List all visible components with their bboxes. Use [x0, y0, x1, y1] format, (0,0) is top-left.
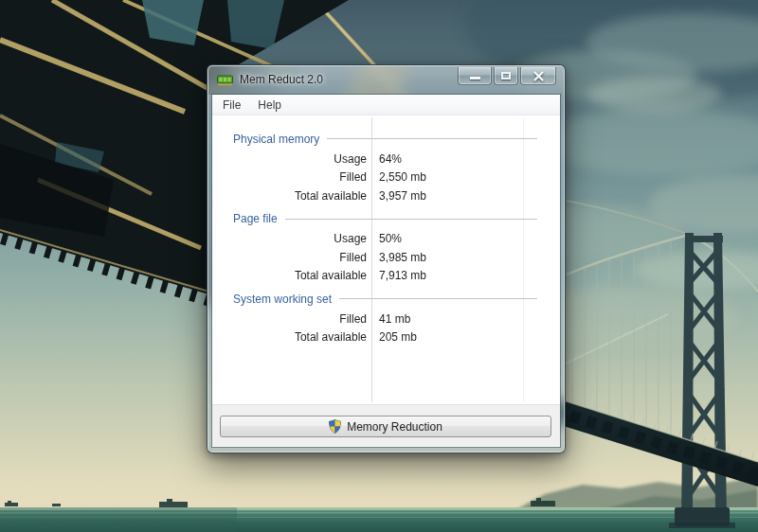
stat-label: Total available: [212, 189, 367, 203]
section-title: Page file: [233, 212, 278, 225]
stat-value: 50%: [379, 232, 402, 245]
section-physical-memory: Physical memory Usage 64% Filled 2,550 m…: [212, 132, 560, 205]
section-page-file: Page file Usage 50% Filled 3,985 mb Tota…: [212, 212, 560, 286]
section-rule: [327, 138, 537, 139]
stat-row-filled: Filled 2,550 mb: [212, 168, 560, 187]
window-title: Mem Reduct 2.0: [240, 73, 323, 86]
stat-value: 7,913 mb: [379, 269, 426, 282]
memory-stats-panel: Physical memory Usage 64% Filled 2,550 m…: [212, 115, 560, 404]
uac-shield-icon: [329, 419, 341, 434]
stat-label: Filled: [212, 251, 367, 264]
maximize-icon: [501, 72, 511, 80]
section-rule: [285, 219, 537, 220]
maximize-button[interactable]: [494, 67, 518, 85]
stat-label: Total available: [212, 269, 367, 282]
stat-value: 3,957 mb: [379, 189, 426, 203]
stat-row-filled: Filled 3,985 mb: [212, 248, 560, 267]
desktop: Mem Reduct 2.0 File Help: [0, 0, 758, 532]
stat-value: 41 mb: [379, 312, 410, 326]
stat-row-total-available: Total available 205 mb: [212, 328, 560, 347]
stat-row-usage: Usage 50%: [212, 230, 560, 249]
memory-reduction-label: Memory Reduction: [347, 420, 442, 434]
footer-panel: Memory Reduction: [212, 404, 560, 446]
ram-icon: [217, 75, 233, 86]
window-titlebar[interactable]: Mem Reduct 2.0: [208, 66, 564, 95]
stat-label: Filled: [212, 170, 367, 184]
memory-reduction-button[interactable]: Memory Reduction: [220, 416, 551, 437]
stat-value: 3,985 mb: [379, 251, 426, 264]
section-system-working-set: System working set Filled 41 mb Total av…: [212, 292, 560, 346]
close-button[interactable]: [520, 67, 556, 85]
stat-row-total-available: Total available 7,913 mb: [212, 267, 560, 286]
stat-row-filled: Filled 41 mb: [212, 310, 560, 328]
close-icon: [533, 71, 544, 81]
window-client-area: File Help Physical memory Usage 64%: [212, 95, 560, 447]
stat-label: Total available: [212, 330, 367, 344]
minimize-button[interactable]: [458, 67, 492, 85]
minimize-icon: [470, 77, 480, 80]
stat-value: 2,550 mb: [379, 170, 426, 184]
stat-row-total-available: Total available 3,957 mb: [212, 186, 560, 205]
stat-label: Usage: [212, 232, 367, 245]
section-title: Physical memory: [233, 133, 319, 146]
stat-label: Filled: [212, 312, 367, 326]
mem-reduct-window: Mem Reduct 2.0 File Help: [207, 64, 566, 453]
stat-value: 64%: [379, 152, 402, 166]
stat-label: Usage: [212, 152, 367, 166]
stat-row-usage: Usage 64%: [212, 150, 560, 168]
menu-file[interactable]: File: [214, 96, 249, 115]
menu-bar: File Help: [212, 95, 560, 115]
section-rule: [339, 298, 537, 299]
menu-help[interactable]: Help: [249, 96, 290, 115]
section-title: System working set: [233, 293, 332, 306]
stat-value: 205 mb: [379, 330, 417, 344]
caption-buttons: [458, 67, 556, 85]
